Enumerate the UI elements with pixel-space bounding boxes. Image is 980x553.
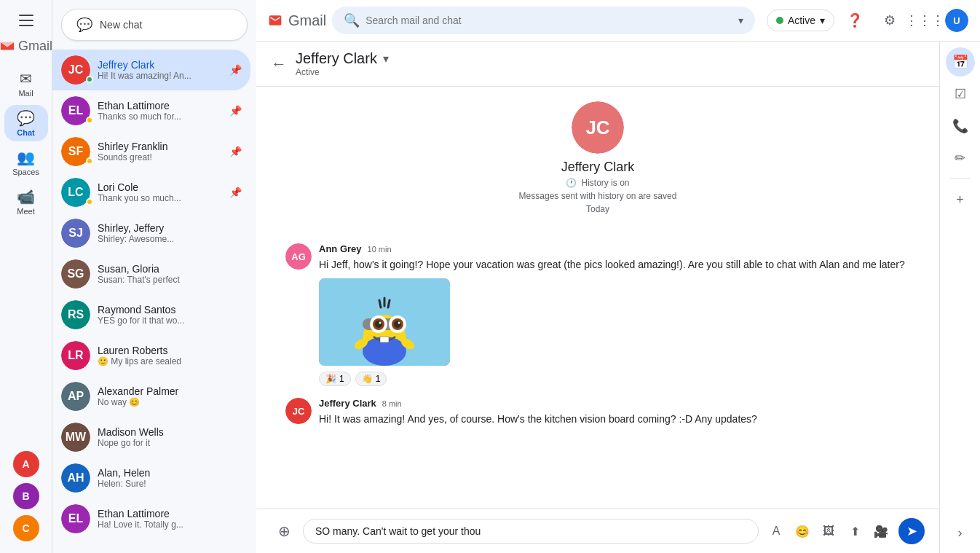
nav-item-mail[interactable]: ✉ Mail [4, 66, 48, 102]
expand-icon: › [958, 525, 963, 541]
gmail-text: Gmail [288, 12, 326, 29]
search-chevron-icon[interactable]: ▾ [738, 15, 743, 26]
main-container: Gmail 🔍 ▾ Active ▾ ❓ ⚙ ⋮⋮⋮ U ← [256, 0, 980, 553]
add-panel-button[interactable]: + [946, 185, 975, 214]
contacts-panel-button[interactable]: 📞 [946, 111, 975, 141]
history-label: History is on [581, 178, 629, 188]
gif-button[interactable]: 🖼 [817, 519, 840, 543]
chat-preview-alexander: No way 😊 [98, 397, 242, 407]
svg-point-12 [398, 322, 400, 324]
nav-item-meet[interactable]: 📹 Meet [4, 184, 48, 220]
chat-item-madison[interactable]: MW Madison Wells Nope go for it [52, 417, 250, 458]
status-dot-lori [86, 198, 93, 205]
meet-icon: 📹 [17, 188, 35, 205]
help-button[interactable]: ❓ [840, 6, 869, 35]
chat-header-status: Active [296, 67, 925, 77]
chat-item-alan[interactable]: AH Alan, Helen Helen: Sure! [52, 458, 250, 498]
chat-info-jeffrey: Jeffrey Clark Hi! It was amazing! An... [98, 59, 222, 81]
msg-avatar-ann: AG [285, 243, 312, 270]
msg-text-jeffery: Hi! It was amazing! And yes, of course. … [319, 412, 910, 427]
back-button[interactable]: ← [271, 55, 287, 74]
active-dot [776, 17, 783, 24]
reactions-ann: 🎉 1 👋 1 [319, 372, 910, 386]
chat-name-ethan: Ethan Lattimore [98, 100, 222, 111]
nav-avatar-2[interactable]: B [13, 483, 39, 509]
active-badge[interactable]: Active ▾ [767, 9, 834, 31]
emoji-button[interactable]: 😊 [791, 519, 814, 543]
sidebar: 💬 New chat JC Jeffrey Clark Hi! It was a… [52, 0, 256, 553]
chat-item-lori[interactable]: LC Lori Cole Thank you so much... 📌 [52, 172, 250, 213]
status-dot-shirley-f [86, 157, 93, 165]
nav-avatars: A B C [13, 451, 39, 547]
panel-divider [950, 179, 971, 179]
active-label: Active [788, 15, 815, 26]
messages-area: JC Jeffery Clark 🕐 History is on Message… [256, 87, 939, 509]
pin-icon-lori: 📌 [229, 187, 242, 198]
message-input[interactable] [303, 519, 759, 544]
upload-button[interactable]: ⬆ [843, 519, 866, 543]
edit-panel-button[interactable]: ✏ [946, 144, 975, 173]
chat-info-lori: Lori Cole Thank you so much... [98, 181, 222, 203]
chat-name-alan: Alan, Helen [98, 467, 242, 479]
chat-info-raymond: Raymond Santos YES go for it that wo... [98, 304, 242, 326]
msg-sender-ann: Ann Grey [319, 243, 362, 254]
minion-svg [319, 278, 450, 366]
new-chat-icon: 💬 [76, 17, 92, 33]
search-input[interactable] [365, 15, 732, 26]
reaction-1-ann[interactable]: 🎉 1 [319, 372, 351, 386]
user-avatar[interactable]: U [945, 9, 968, 32]
chat-preview-jeffrey: Hi! It was amazing! An... [98, 71, 222, 81]
contact-info-center: JC Jeffery Clark 🕐 History is on Message… [285, 101, 910, 226]
chat-item-ethan2[interactable]: EL Ethan Lattimore Ha! Love it. Totally … [52, 498, 250, 539]
search-icon: 🔍 [344, 12, 360, 28]
chat-item-ethan[interactable]: EL Ethan Lattimore Thanks so much for...… [52, 90, 250, 131]
avatar-madison: MW [61, 423, 90, 452]
nav-label-mail: Mail [18, 89, 33, 98]
chat-item-jeffrey-clark[interactable]: JC Jeffrey Clark Hi! It was amazing! An.… [52, 50, 250, 90]
chat-item-susan[interactable]: SG Susan, Gloria Susan: That's perfect [52, 254, 250, 294]
add-attachment-button[interactable]: ⊕ [271, 518, 297, 544]
apps-button[interactable]: ⋮⋮⋮ [910, 6, 939, 35]
chat-item-shirley-f[interactable]: SF Shirley Franklin Sounds great! 📌 [52, 131, 250, 172]
hamburger-menu[interactable] [12, 6, 41, 35]
chat-item-alexander[interactable]: AP Alexander Palmer No way 😊 [52, 376, 250, 417]
add-icon: + [956, 192, 964, 208]
chat-item-raymond[interactable]: RS Raymond Santos YES go for it that wo.… [52, 294, 250, 335]
reaction-2-ann[interactable]: 👋 1 [355, 372, 387, 386]
svg-point-8 [379, 322, 382, 324]
history-icon: 🕐 [566, 178, 577, 188]
nav-avatar-1[interactable]: A [13, 451, 39, 477]
send-button[interactable]: ➤ [898, 518, 925, 544]
nav-label-spaces: Spaces [12, 168, 39, 176]
send-icon: ➤ [906, 523, 917, 539]
calendar-panel-button[interactable]: 📅 [946, 47, 975, 77]
contact-avatar-large: JC [572, 101, 624, 154]
chat-name-lauren: Lauren Roberts [98, 345, 242, 356]
text-format-button[interactable]: A [764, 519, 788, 543]
msg-sender-jeffery: Jeffery Clark [319, 398, 376, 409]
nav-item-spaces[interactable]: 👥 Spaces [4, 144, 48, 181]
expand-panel-button[interactable]: › [946, 518, 975, 547]
chat-header-chevron-icon[interactable]: ▾ [383, 52, 389, 66]
pin-icon-jeffrey: 📌 [229, 64, 242, 76]
chat-name-shirley-f: Shirley Franklin [98, 141, 222, 152]
msg-content-jeffery: Jeffery Clark 8 min Hi! It was amazing! … [319, 398, 910, 427]
avatar-ethan2: EL [61, 504, 90, 533]
msg-header-jeffery: Jeffery Clark 8 min [319, 398, 910, 409]
tasks-panel-button[interactable]: ☑ [946, 79, 975, 109]
gmail-wordmark: Gmail [18, 39, 52, 54]
spaces-icon: 👥 [17, 149, 35, 166]
settings-button[interactable]: ⚙ [875, 6, 904, 35]
chat-preview-lauren: 🙂 My lips are sealed [98, 356, 242, 366]
new-chat-button[interactable]: 💬 New chat [61, 9, 248, 41]
video-button[interactable]: 🎥 [869, 519, 893, 543]
nav-avatar-3[interactable]: C [13, 515, 39, 541]
status-dot-jeffrey [86, 76, 93, 83]
chat-icon: 💬 [17, 109, 35, 127]
chat-item-lauren[interactable]: LR Lauren Roberts 🙂 My lips are sealed [52, 335, 250, 376]
input-tools: A 😊 🖼 ⬆ 🎥 [764, 519, 893, 543]
chat-item-shirley-j[interactable]: SJ Shirley, Jeffery Shirley: Awesome... [52, 213, 250, 254]
reaction-count-2: 1 [376, 374, 381, 384]
chat-header-name: Jeffery Clark [296, 50, 377, 67]
nav-item-chat[interactable]: 💬 Chat [4, 105, 48, 141]
